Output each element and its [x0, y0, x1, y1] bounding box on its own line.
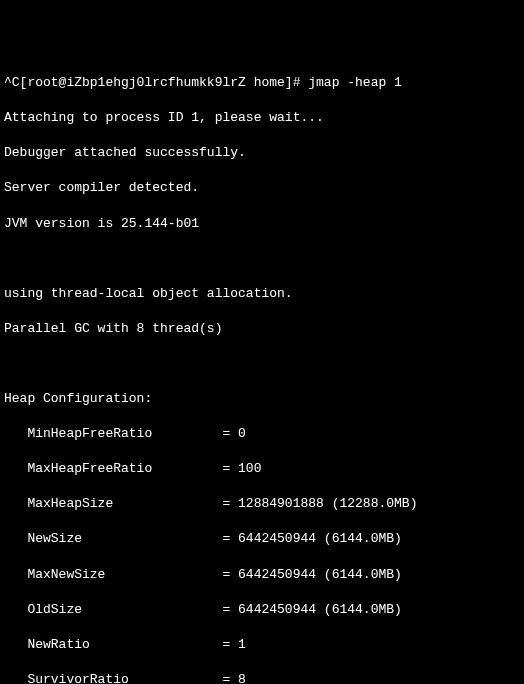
terminal-prompt: ^C[root@iZbp1ehgj0lrcfhumkk9lrZ home]# j…	[4, 74, 520, 92]
cfg-newratio: NewRatio = 1	[4, 636, 520, 654]
cfg-newsize: NewSize = 6442450944 (6144.0MB)	[4, 530, 520, 548]
blank	[4, 355, 520, 373]
gc-msg: Parallel GC with 8 thread(s)	[4, 320, 520, 338]
cfg-maxnewsize: MaxNewSize = 6442450944 (6144.0MB)	[4, 566, 520, 584]
cfg-maxheapsize: MaxHeapSize = 12884901888 (12288.0MB)	[4, 495, 520, 513]
heap-config-header: Heap Configuration:	[4, 390, 520, 408]
debugger-msg: Debugger attached successfully.	[4, 144, 520, 162]
attaching-msg: Attaching to process ID 1, please wait..…	[4, 109, 520, 127]
cfg-oldsize: OldSize = 6442450944 (6144.0MB)	[4, 601, 520, 619]
blank	[4, 250, 520, 268]
alloc-msg: using thread-local object allocation.	[4, 285, 520, 303]
server-msg: Server compiler detected.	[4, 179, 520, 197]
cfg-minheapfreeratio: MinHeapFreeRatio = 0	[4, 425, 520, 443]
jvm-version: JVM version is 25.144-b01	[4, 215, 520, 233]
cfg-survivorratio: SurvivorRatio = 8	[4, 671, 520, 684]
cfg-maxheapfreeratio: MaxHeapFreeRatio = 100	[4, 460, 520, 478]
